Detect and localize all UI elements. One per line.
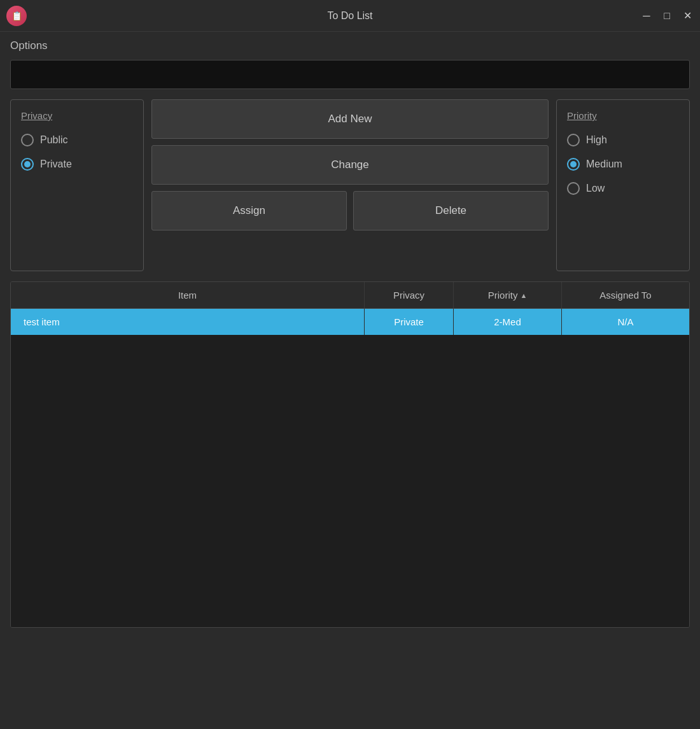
window-title: To Do List — [327, 10, 372, 22]
app-icon: 📋 — [6, 6, 27, 26]
assign-button[interactable]: Assign — [151, 191, 347, 230]
col-item-label: Item — [178, 290, 197, 301]
priority-high-option[interactable]: High — [567, 134, 679, 146]
priority-sort-icon: ▲ — [520, 292, 527, 299]
center-buttons: Add New Change Assign Delete — [151, 99, 549, 271]
bottom-buttons: Assign Delete — [151, 191, 549, 230]
title-bar-controls: ─ □ ✕ — [640, 10, 694, 22]
close-button[interactable]: ✕ — [681, 10, 694, 22]
priority-radio-group: High Medium Low — [567, 134, 679, 195]
table-body: test item Private 2-Med N/A — [11, 309, 689, 627]
title-bar: 📋 To Do List ─ □ ✕ — [0, 0, 700, 32]
priority-low-option[interactable]: Low — [567, 182, 679, 195]
task-table: Item Privacy Priority ▲ Assigned To test… — [10, 281, 690, 628]
privacy-private-label: Private — [40, 159, 72, 170]
privacy-private-radio[interactable] — [21, 158, 34, 171]
col-priority-label: Priority — [488, 290, 518, 301]
priority-box: Priority High Medium Low — [556, 99, 690, 271]
cell-assigned-to: N/A — [562, 309, 689, 335]
controls-row: Privacy Public Private Add New Change As… — [10, 99, 690, 271]
cell-priority: 2-Med — [454, 309, 562, 335]
table-header: Item Privacy Priority ▲ Assigned To — [11, 282, 689, 309]
priority-medium-label: Medium — [586, 159, 622, 170]
minimize-button[interactable]: ─ — [640, 10, 653, 22]
table-row[interactable]: test item Private 2-Med N/A — [11, 309, 689, 335]
priority-medium-option[interactable]: Medium — [567, 158, 679, 171]
priority-high-radio[interactable] — [567, 134, 580, 146]
add-new-button[interactable]: Add New — [151, 99, 549, 139]
col-priority[interactable]: Priority ▲ — [454, 282, 562, 308]
maximize-button[interactable]: □ — [661, 10, 673, 22]
priority-low-radio[interactable] — [567, 182, 580, 195]
priority-label: Priority — [567, 110, 679, 121]
col-assigned-to[interactable]: Assigned To — [562, 282, 689, 308]
cell-privacy: Private — [365, 309, 454, 335]
delete-button[interactable]: Delete — [353, 191, 549, 230]
privacy-private-option[interactable]: Private — [21, 158, 133, 171]
priority-low-label: Low — [586, 183, 605, 194]
task-input[interactable] — [10, 60, 690, 89]
col-assigned-to-label: Assigned To — [599, 290, 651, 301]
privacy-box: Privacy Public Private — [10, 99, 144, 271]
change-button[interactable]: Change — [151, 145, 549, 185]
cell-item: test item — [11, 309, 365, 335]
privacy-public-option[interactable]: Public — [21, 134, 133, 146]
priority-medium-radio[interactable] — [567, 158, 580, 171]
privacy-public-label: Public — [40, 134, 68, 146]
main-content: Options Privacy Public Private Add New C… — [0, 32, 700, 635]
privacy-public-radio[interactable] — [21, 134, 34, 146]
title-bar-left: 📋 — [6, 6, 27, 26]
col-item[interactable]: Item — [11, 282, 365, 308]
options-label: Options — [10, 39, 690, 52]
col-privacy[interactable]: Privacy — [365, 282, 454, 308]
col-privacy-label: Privacy — [393, 290, 424, 301]
priority-high-label: High — [586, 134, 607, 146]
privacy-label: Privacy — [21, 110, 133, 121]
privacy-radio-group: Public Private — [21, 134, 133, 171]
